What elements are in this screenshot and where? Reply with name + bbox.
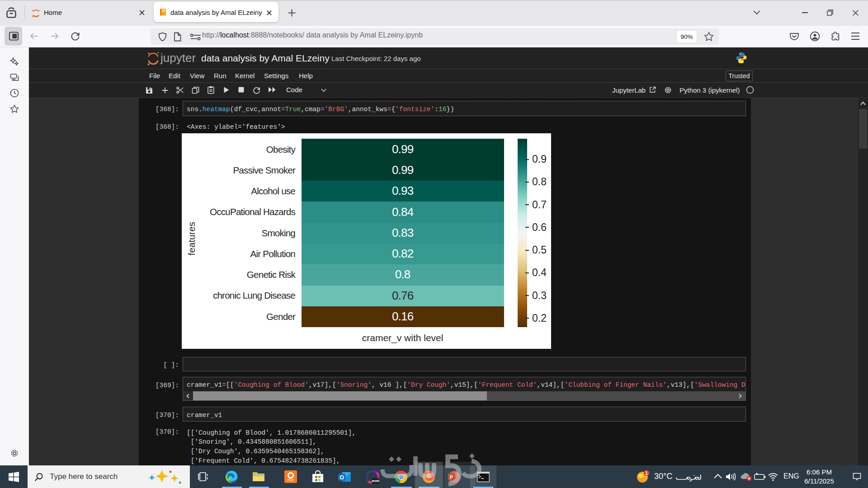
svg-text:PDF: PDF	[288, 479, 294, 482]
svg-text:M365: M365	[372, 479, 379, 483]
svg-text:1: 1	[645, 471, 648, 476]
svg-text:O: O	[340, 474, 344, 481]
